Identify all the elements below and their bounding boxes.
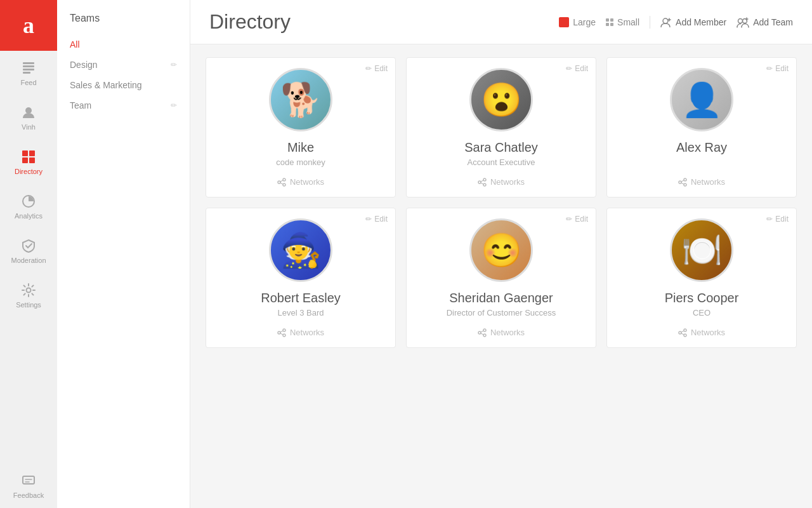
svg-point-31 — [679, 331, 681, 334]
card-networks-sara[interactable]: Networks — [478, 177, 525, 187]
svg-point-18 — [483, 178, 486, 181]
all-label: All — [70, 39, 80, 50]
feed-label: Feed — [20, 79, 36, 86]
share-icon — [277, 178, 286, 187]
add-member-icon — [660, 17, 672, 28]
small-view-indicator — [606, 18, 613, 26]
card-role-mike: code monkey — [276, 157, 325, 167]
share-icon — [478, 178, 487, 187]
card-edit-mike[interactable]: ✏ Edit — [365, 64, 388, 73]
share-icon — [478, 328, 487, 337]
cards-grid: ✏ Edit 🐕 Mike code monkey Networks ✏ Edi… — [206, 57, 797, 348]
avatar-mike: 🐕 — [269, 68, 332, 131]
card-alex: ✏ Edit 👤 Alex Ray Networks — [606, 57, 797, 197]
svg-point-16 — [278, 181, 280, 184]
header-divider — [650, 16, 650, 29]
profile-icon — [20, 104, 37, 121]
left-nav: a Feed Vinh — [0, 0, 57, 508]
card-edit-sheridan[interactable]: ✏ Edit — [566, 215, 588, 224]
page-title: Directory — [209, 10, 546, 34]
svg-rect-8 — [29, 157, 35, 163]
moderation-label: Moderation — [11, 257, 46, 264]
card-networks-sheridan[interactable]: Networks — [478, 328, 525, 337]
main-content: Directory Large Small Add Mem — [190, 0, 812, 508]
directory-icon — [20, 149, 37, 165]
sidebar-item-profile[interactable]: Vinh — [0, 95, 57, 140]
add-member-button[interactable]: Add Member — [660, 17, 726, 28]
svg-point-30 — [684, 329, 686, 331]
moderation-icon — [20, 237, 37, 254]
sidebar-item-sales[interactable]: Sales & Marketing — [57, 75, 190, 95]
svg-point-15 — [283, 178, 285, 181]
svg-point-13 — [738, 18, 743, 23]
sidebar-item-all[interactable]: All — [57, 34, 190, 55]
svg-rect-0 — [23, 62, 34, 64]
card-name-alex: Alex Ray — [676, 140, 727, 155]
sidebar-item-settings[interactable]: Settings — [0, 273, 57, 318]
share-icon — [277, 328, 286, 337]
card-edit-sara[interactable]: ✏ Edit — [566, 64, 588, 73]
share-icon — [678, 328, 687, 337]
app-logo[interactable]: a — [0, 0, 57, 51]
sidebar-item-feed[interactable]: Feed — [0, 51, 57, 95]
add-team-icon — [737, 17, 749, 28]
logo-letter: a — [23, 12, 34, 39]
svg-point-32 — [684, 334, 686, 337]
card-sara: ✏ Edit 😮 Sara Chatley Account Executive … — [406, 57, 596, 197]
card-name-robert: Robert Easley — [261, 291, 341, 305]
card-networks-mike[interactable]: Networks — [277, 177, 324, 187]
feedback-icon — [20, 472, 37, 489]
svg-point-25 — [278, 331, 280, 334]
card-sheridan: ✏ Edit 😊 Sheridan Gaenger Director of Cu… — [406, 208, 596, 348]
small-label: Small — [617, 17, 639, 27]
design-edit-pencil[interactable]: ✏ — [171, 60, 177, 69]
team-edit-pencil[interactable]: ✏ — [171, 101, 177, 110]
card-name-sara: Sara Chatley — [464, 140, 538, 155]
cards-area: ✏ Edit 🐕 Mike code monkey Networks ✏ Edi… — [190, 44, 812, 508]
svg-point-19 — [478, 181, 481, 184]
sales-label: Sales & Marketing — [70, 80, 142, 90]
card-networks-alex[interactable]: Networks — [678, 177, 725, 187]
card-piers: ✏ Edit 🍽️ Piers Cooper CEO Networks — [606, 208, 797, 348]
svg-point-17 — [283, 184, 285, 186]
teams-sidebar: Teams All Design ✏ Sales & Marketing Tea… — [57, 0, 190, 508]
page-header: Directory Large Small Add Mem — [190, 0, 812, 44]
sidebar-title: Teams — [57, 13, 190, 34]
sidebar-item-feedback[interactable]: Feedback — [0, 464, 57, 508]
card-role-piers: CEO — [693, 308, 710, 318]
svg-point-23 — [684, 184, 686, 186]
card-networks-robert[interactable]: Networks — [277, 328, 324, 337]
header-controls: Large Small Add Member — [559, 16, 793, 29]
settings-icon — [20, 282, 37, 298]
analytics-label: Analytics — [15, 212, 43, 220]
add-member-label: Add Member — [676, 17, 726, 27]
team-label: Team — [70, 100, 91, 110]
sidebar-item-moderation[interactable]: Moderation — [0, 229, 57, 273]
sidebar-item-team[interactable]: Team ✏ — [57, 95, 190, 116]
svg-rect-1 — [23, 65, 34, 67]
sidebar-item-directory[interactable]: Directory — [0, 140, 57, 184]
svg-point-20 — [483, 184, 486, 186]
card-edit-alex[interactable]: ✏ Edit — [766, 64, 789, 73]
view-small-button[interactable]: Small — [606, 17, 639, 27]
sidebar-item-analytics[interactable]: Analytics — [0, 184, 57, 229]
avatar-sara: 😮 — [469, 68, 533, 131]
card-networks-piers[interactable]: Networks — [678, 328, 725, 337]
add-team-button[interactable]: Add Team — [737, 17, 793, 28]
directory-label: Directory — [15, 168, 43, 175]
add-team-label: Add Team — [753, 17, 793, 27]
svg-rect-5 — [22, 150, 28, 156]
svg-point-27 — [483, 329, 486, 331]
svg-point-12 — [663, 18, 668, 23]
view-large-button[interactable]: Large — [559, 17, 596, 27]
sidebar-item-design[interactable]: Design ✏ — [57, 55, 190, 75]
feedback-label: Feedback — [13, 491, 44, 499]
card-edit-piers[interactable]: ✏ Edit — [766, 215, 789, 224]
svg-point-4 — [25, 107, 32, 114]
svg-point-26 — [283, 334, 285, 337]
card-edit-robert[interactable]: ✏ Edit — [365, 215, 388, 224]
card-role-robert: Level 3 Bard — [278, 308, 324, 318]
svg-point-22 — [679, 181, 681, 184]
profile-label: Vinh — [22, 123, 36, 131]
design-label: Design — [70, 60, 98, 70]
